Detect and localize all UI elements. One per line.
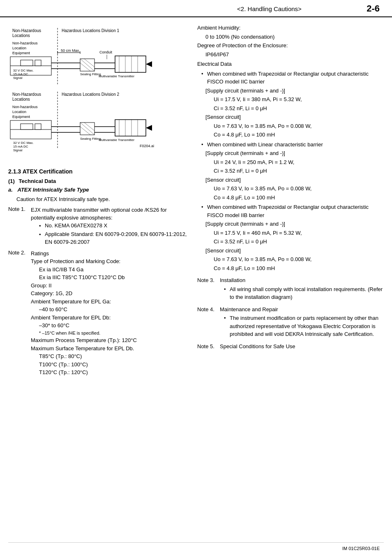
sensor-val-3b: Co = 4.8 μF, Lo = 100 mH <box>214 264 384 273</box>
ambient-db-note: * –15°C when /HE is specified. <box>39 330 189 337</box>
svg-rect-29 <box>115 56 146 72</box>
svg-text:15 mA DC: 15 mA DC <box>13 72 28 76</box>
diagram-area: Non-Hazardous Locations Hazardous Locati… <box>8 24 189 161</box>
section-heading: 2.1.3 ATEX Certification <box>8 168 189 175</box>
svg-text:Non-hazardous: Non-hazardous <box>12 105 38 109</box>
note4-bullet: • The instrument modification or parts r… <box>224 314 384 338</box>
sensor-circuit-3: [Sensor circuit] <box>205 247 384 255</box>
supply-val-3b: Ci = 3.52 nF, Li = 0 μH <box>214 238 384 246</box>
svg-text:Multivariable Transmitter: Multivariable Transmitter <box>99 138 134 142</box>
note1-body: EJX multivariable transmitter with optio… <box>31 206 189 247</box>
bottom-divider <box>8 542 384 543</box>
note1-bullet-text-2: Applicable Standard: EN 60079-0:2009, EN… <box>45 231 189 246</box>
sensor-circuit-2: [Sensor circuit] <box>205 176 384 184</box>
svg-rect-45 <box>21 124 33 130</box>
diagram-svg: Non-Hazardous Locations Hazardous Locati… <box>8 24 181 160</box>
ambient-humidity-value: 0 to 100% (No condensation) <box>205 33 384 41</box>
bullet-dot-2: • <box>39 231 45 246</box>
svg-rect-9 <box>21 60 33 66</box>
note2-body: Ratings Type of Protection and Marking C… <box>31 250 189 377</box>
bullet-dot-r3: • <box>201 203 207 219</box>
note5-title: Special Conditions for Safe Use <box>220 342 384 351</box>
note4-bullet-dot: • <box>224 314 230 338</box>
svg-text:Hazardous Locations Division 2: Hazardous Locations Division 2 <box>62 92 120 97</box>
note4-block: Note 4. Maintenance and Repair • The ins… <box>197 305 384 339</box>
svg-text:Hazardous Locations Division 1: Hazardous Locations Division 1 <box>62 28 120 33</box>
bullet-text-r1: When combined with Trapezoidal or Rectan… <box>207 70 384 86</box>
ambient-ga-value: –40 to 60°C <box>39 305 189 314</box>
sub1-number: (1) <box>8 178 15 184</box>
max-surface-temp: Maximum Surface Temperature for EPL Db. <box>31 345 189 353</box>
svg-marker-64 <box>146 125 152 131</box>
note5-body: Special Conditions for Safe Use <box>220 342 384 352</box>
protection-label: Type of Protection and Marking Code: <box>31 257 189 266</box>
svg-text:Sealing Fitting: Sealing Fitting <box>80 72 101 76</box>
note1-title: EJX multivariable transmitter with optio… <box>31 206 189 222</box>
note2-title: Ratings <box>31 250 189 258</box>
svg-rect-46 <box>35 124 41 130</box>
svg-text:Non-Hazardous: Non-Hazardous <box>12 92 41 97</box>
degree-value: IP66/IP67 <box>205 51 384 59</box>
supply-val-1a: Ui = 17.5 V, Ii = 380 mA, Pi = 5.32 W, <box>214 95 384 104</box>
marking-2: Ex ia IIIC T85°C T100°C T120°C Db <box>39 273 189 282</box>
right-text: Ambient Humidity: 0 to 100% (No condensa… <box>197 24 384 351</box>
section-number: 2.1.3 <box>8 168 21 175</box>
ambient-humidity-label: Ambient Humidity: <box>197 24 384 32</box>
svg-text:32 V DC Max.: 32 V DC Max. <box>13 69 34 72</box>
footer-doc-id: IM 01C25R03-01E <box>342 546 380 551</box>
left-column: Non-Hazardous Locations Hazardous Locati… <box>8 24 189 378</box>
bullet-dot: • <box>39 222 45 230</box>
supply-val-1b: Ci = 3.52 nF, Li = 0 μH <box>214 104 384 113</box>
page-header: <2. Handling Cautions> 2-6 <box>0 0 392 17</box>
svg-text:Locations: Locations <box>12 33 30 38</box>
note5-block: Note 5. Special Conditions for Safe Use <box>197 342 384 352</box>
caution-text: Caution for ATEX Intrinsically safe type… <box>16 195 189 204</box>
note3-label: Note 3. <box>197 276 220 302</box>
sensor-circuit-1: [Sensor circuit] <box>205 113 384 121</box>
svg-text:Conduit: Conduit <box>99 50 113 54</box>
bullet-dot-r2: • <box>201 141 207 149</box>
header-title: <2. Handling Cautions> <box>184 5 355 12</box>
sensor-val-2b: Co = 4.8 μF, Lo = 100 mH <box>214 194 384 202</box>
ambient-db-label: Ambient Temperature for EPL Db: <box>31 314 189 322</box>
electrical-label: Electrical Data <box>197 60 384 68</box>
sensor-val-2a: Uo = 7.63 V, Io = 3.85 mA, Po = 0.008 W, <box>214 185 384 193</box>
supply-val-2a: Ui = 24 V, Ii = 250 mA, Pi = 1.2 W, <box>214 158 384 166</box>
bullet-text-r3: When combined with Trapezoidal or Rectan… <box>207 203 384 219</box>
supply-circuit-2: [Supply circuit (terminals + and -)] <box>205 149 384 157</box>
note4-bullet-text: The instrument modification or parts rep… <box>230 314 384 338</box>
note1-bullet-1: • No. KEMA 06ATEX0278 X <box>31 222 189 230</box>
supply-val-3a: Ui = 17.5 V, Ii = 460 mA, Pi = 5.32 W, <box>214 229 384 237</box>
svg-text:Equipment: Equipment <box>12 51 30 55</box>
note5-label: Note 5. <box>197 342 220 352</box>
svg-text:Locations: Locations <box>12 97 30 102</box>
note3-bullet-text: All wiring shall comply with local insta… <box>230 285 384 301</box>
sub2-title: ATEX Intrinsically Safe Type <box>17 187 89 193</box>
svg-text:Location: Location <box>12 46 26 50</box>
sub1-heading: (1) Technical Data <box>8 178 189 184</box>
content-area: Non-Hazardous Locations Hazardous Locati… <box>0 24 392 378</box>
t85: T85°C (Tp.: 80°C) <box>39 352 189 361</box>
bullet-dot-r1: • <box>201 70 207 86</box>
supply-val-2b: Ci = 3.52 nF, Li = 0 μH <box>214 167 384 175</box>
note1-bullet-text-1: No. KEMA 06ATEX0278 X <box>45 222 107 230</box>
svg-text:Non-Hazardous: Non-Hazardous <box>12 28 41 33</box>
svg-rect-10 <box>35 60 41 66</box>
degree-label: Degree of Protection of the Enclosure: <box>197 42 384 50</box>
svg-marker-34 <box>146 61 152 67</box>
sensor-val-3a: Uo = 7.63 V, Io = 3.85 mA, Po = 0.008 W, <box>214 255 384 264</box>
ambient-db-value: –30* to 60°C <box>39 321 189 330</box>
note1-block: Note 1. EJX multivariable transmitter wi… <box>8 206 189 247</box>
page-number: 2-6 <box>355 3 380 14</box>
bullet-text-r2: When combined with Linear characteristic… <box>207 141 323 149</box>
svg-text:Multivariable Transmitter: Multivariable Transmitter <box>99 74 134 78</box>
supply-circuit-3: [Supply circuit (terminals + and -)] <box>205 220 384 228</box>
page-container: <2. Handling Cautions> 2-6 Non-Hazardous… <box>0 0 392 555</box>
note3-bullet-dot: • <box>224 285 230 301</box>
note1-bullet-2: • Applicable Standard: EN 60079-0:2009, … <box>31 231 189 246</box>
svg-text:Non-hazardous: Non-hazardous <box>12 41 38 45</box>
note4-body: Maintenance and Repair • The instrument … <box>220 305 384 339</box>
right-column: Ambient Humidity: 0 to 100% (No condensa… <box>193 24 384 378</box>
note1-label: Note 1. <box>8 206 31 247</box>
svg-text:Signal: Signal <box>13 148 22 152</box>
